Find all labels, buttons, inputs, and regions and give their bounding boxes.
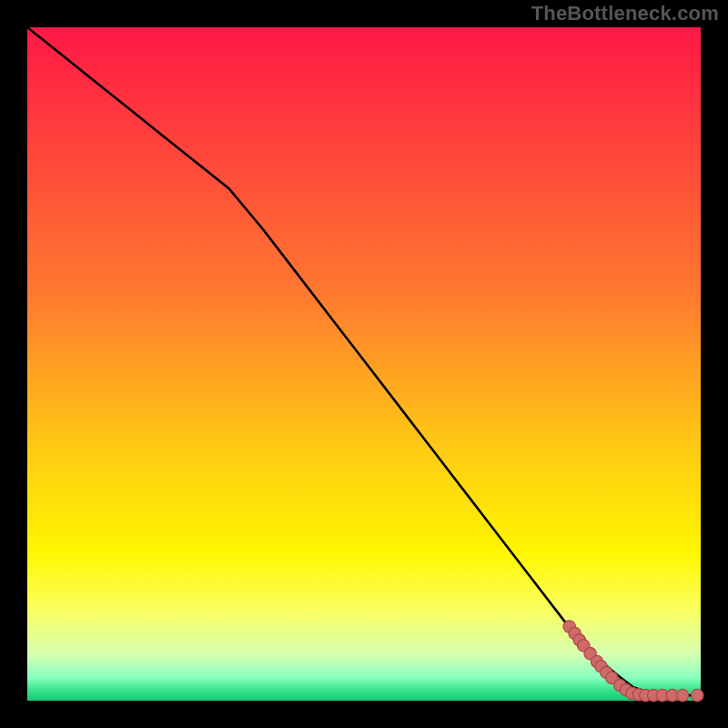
data-point <box>676 689 688 701</box>
chart-frame: TheBottleneck.com <box>0 0 728 728</box>
watermark-text: TheBottleneck.com <box>531 2 719 25</box>
data-point <box>692 689 703 701</box>
plot-area <box>27 27 701 701</box>
curve-line <box>27 27 701 695</box>
marker-group <box>563 621 703 702</box>
chart-svg <box>27 27 701 701</box>
